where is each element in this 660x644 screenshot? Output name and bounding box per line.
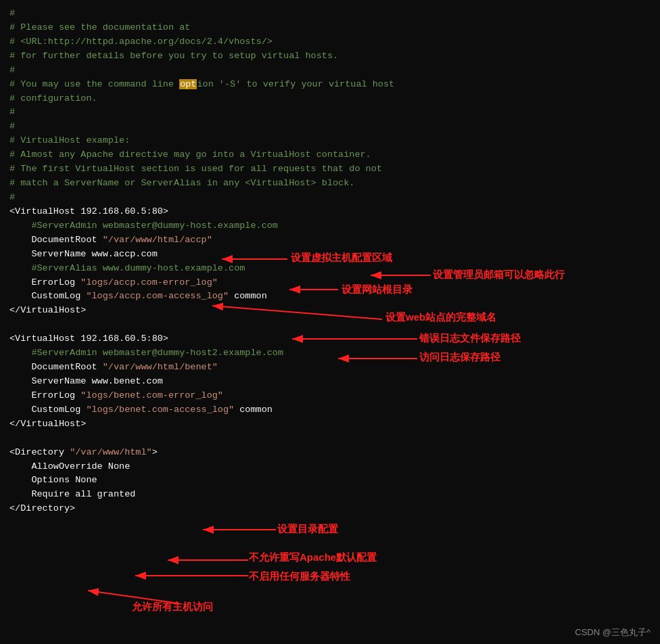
line-1: #	[9, 7, 651, 21]
line-vhost1-admin: #ServerAdmin webmaster@dummy-host.exampl…	[9, 219, 651, 233]
line-5: #	[9, 64, 651, 78]
annotation-require: 允许所有主机访问	[132, 601, 213, 614]
line-vhost2-customlog: CustomLog "logs/benet.com-access_log" co…	[9, 403, 651, 417]
line-7: # configuration.	[9, 92, 651, 106]
line-options: Options None	[9, 474, 651, 488]
line-dir-open: <Directory "/var/www/html">	[9, 446, 651, 460]
line-vhost2-docroot: DocumentRoot "/var/www/html/benet"	[9, 361, 651, 375]
line-9: #	[9, 120, 651, 134]
line-vhost1-open: <VirtualHost 192.168.60.5:80>	[9, 205, 651, 219]
line-blank2	[9, 432, 651, 446]
line-vhost1-docroot: DocumentRoot "/var/www/html/accp"	[9, 233, 651, 248]
line-6: # You may use the command line option '-…	[9, 78, 651, 92]
line-vhost1-servername: ServerName www.accp.com	[9, 248, 651, 262]
line-allowoverride: AllowOverride None	[9, 460, 651, 474]
line-dir-close: </Directory>	[9, 502, 651, 516]
line-10: # VirtualHost example:	[9, 134, 651, 148]
annotation-directory: 设置目录配置	[277, 523, 338, 536]
annotation-allowoverride: 不允许重写Apache默认配置	[249, 551, 377, 564]
line-vhost2-close: </VirtualHost>	[9, 417, 651, 432]
line-blank1	[9, 318, 651, 332]
line-vhost1-customlog: CustomLog "logs/accp.com-access_log" com…	[9, 290, 651, 304]
line-vhost2-open: <VirtualHost 192.168.60.5:80>	[9, 332, 651, 346]
code-content: # # Please see the documentation at # <U…	[9, 7, 651, 516]
line-3: # <URL:http://httpd.apache.org/docs/2.4/…	[9, 35, 651, 49]
line-11: # Almost any Apache directive may go int…	[9, 148, 651, 162]
line-vhost1-errorlog: ErrorLog "logs/accp.com-error_log"	[9, 276, 651, 290]
line-8: #	[9, 106, 651, 120]
line-12: # The first VirtualHost section is used …	[9, 162, 651, 177]
line-4: # for further details before you try to …	[9, 49, 651, 64]
line-13: # match a ServerName or ServerAlias in a…	[9, 177, 651, 191]
line-vhost1-alias: #ServerAlias www.dummy-host.example.com	[9, 262, 651, 276]
line-vhost2-admin: #ServerAdmin webmaster@dummy-host2.examp…	[9, 346, 651, 361]
line-vhost1-close: </VirtualHost>	[9, 304, 651, 318]
opt-highlight: opt	[179, 79, 197, 89]
line-vhost2-servername: ServerName www.benet.com	[9, 375, 651, 389]
line-vhost2-errorlog: ErrorLog "logs/benet.com-error_log"	[9, 389, 651, 403]
line-2: # Please see the documentation at	[9, 21, 651, 35]
terminal: # # Please see the documentation at # <U…	[0, 0, 660, 644]
watermark: CSDN @三色丸子^	[575, 626, 651, 639]
annotation-options: 不启用任何服务器特性	[249, 570, 350, 583]
svg-line-10	[88, 591, 179, 603]
line-14: #	[9, 191, 651, 205]
line-require: Require all granted	[9, 488, 651, 502]
